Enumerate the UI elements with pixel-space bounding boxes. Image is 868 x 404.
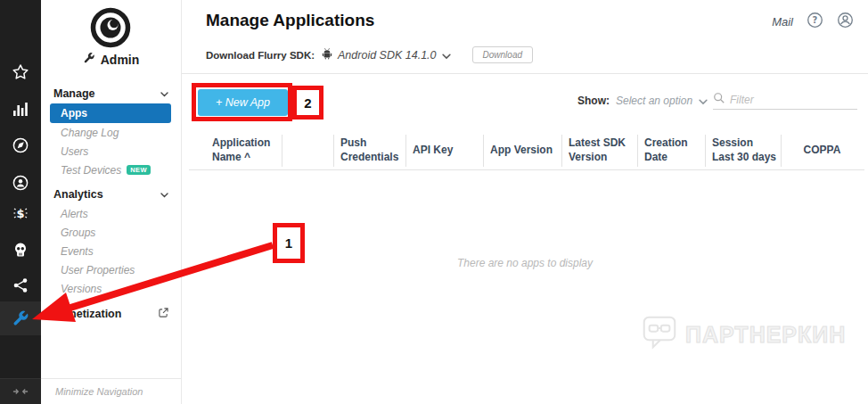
column-creation-date[interactable]: Creation Date: [637, 132, 705, 169]
main-content: Manage Applications Mail ? Download Flur…: [182, 0, 868, 404]
crash-analytics-icon[interactable]: [12, 241, 29, 259]
sidebar-item-events[interactable]: Events: [41, 242, 181, 260]
download-button[interactable]: Download: [472, 46, 533, 63]
chevron-down-icon: [160, 87, 168, 100]
minimize-navigation-button[interactable]: Minimize Navigation: [41, 378, 181, 404]
nav-section-analytics[interactable]: Analytics: [41, 185, 181, 204]
sidebar-item-alerts[interactable]: Alerts: [41, 204, 181, 223]
watermark-bubble-icon: [642, 314, 677, 355]
watermark-text: ПАРТНЕРКИН: [685, 322, 846, 348]
sdk-select[interactable]: Android SDK 14.1.0: [322, 47, 451, 63]
sdk-select-value: Android SDK 14.1.0: [338, 49, 437, 62]
column-application-name[interactable]: Application Name ^: [206, 132, 282, 169]
chevron-down-icon: [160, 188, 168, 201]
sdk-download-row: Download Flurry SDK: Android SDK 14.1.0 …: [206, 46, 533, 63]
account-icon[interactable]: [837, 12, 854, 32]
revenue-icon[interactable]: $: [12, 204, 29, 222]
chevron-down-icon: [442, 47, 451, 63]
search-icon: [713, 92, 725, 108]
page-title: Manage Applications: [206, 11, 374, 30]
filter-field: [713, 90, 857, 110]
mail-link[interactable]: Mail: [772, 15, 793, 29]
monetization-label: Monetization: [53, 308, 121, 320]
icon-rail: $: [0, 0, 41, 404]
sidebar-item-test-devices[interactable]: Test Devices NEW: [41, 161, 181, 179]
column-app-version[interactable]: App Version: [483, 132, 561, 169]
admin-heading: Admin: [41, 52, 181, 67]
sidebar-item-user-properties[interactable]: User Properties: [41, 260, 181, 279]
support-agent-icon[interactable]: [12, 174, 29, 192]
sidebar-item-apps[interactable]: Apps: [50, 103, 171, 123]
sidebar-item-users[interactable]: Users: [41, 142, 181, 161]
sidebar-item-change-log[interactable]: Change Log: [41, 123, 181, 142]
section-analytics-label: Analytics: [53, 188, 103, 201]
column-icon: [282, 132, 333, 169]
admin-wrench-small-icon: [83, 52, 95, 67]
nav-section-manage[interactable]: Manage: [41, 84, 181, 103]
table-header-row: Application Name ^ Push Credentials API …: [206, 132, 864, 169]
sdk-download-label: Download Flurry SDK:: [206, 50, 315, 61]
section-manage-label: Manage: [53, 87, 95, 100]
topbar-actions: Mail ?: [772, 12, 854, 32]
admin-wrench-icon[interactable]: [12, 309, 29, 327]
column-push-credentials[interactable]: Push Credentials: [333, 132, 405, 169]
collapse-arrows-icon[interactable]: [0, 378, 41, 404]
show-select-value: Select an option: [616, 95, 692, 107]
empty-state-message: There are no apps to display: [182, 257, 868, 269]
android-icon: [322, 47, 332, 63]
compass-icon[interactable]: [12, 136, 29, 154]
column-api-key[interactable]: API Key: [405, 132, 483, 169]
new-badge: NEW: [127, 165, 151, 176]
svg-text:?: ?: [813, 15, 818, 25]
flurry-logo[interactable]: [90, 7, 131, 48]
bar-chart-icon[interactable]: [12, 100, 29, 118]
sidebar-nav: Admin Manage Apps Change Log Users Test …: [41, 0, 182, 404]
sidebar-item-versions[interactable]: Versions: [41, 279, 181, 298]
column-coppa[interactable]: COPPA: [781, 132, 864, 169]
help-icon[interactable]: ?: [807, 12, 823, 32]
admin-label: Admin: [101, 53, 140, 67]
show-label: Show:: [577, 95, 610, 107]
header-divider: [182, 73, 868, 74]
sidebar-item-groups[interactable]: Groups: [41, 223, 181, 242]
chevron-down-icon: [699, 93, 708, 109]
new-app-button[interactable]: + New App: [198, 89, 288, 116]
svg-text:$: $: [16, 207, 24, 220]
flurry-admin-app: $ Admin Manage: [0, 0, 868, 404]
table-divider: [189, 169, 864, 170]
column-latest-sdk-version[interactable]: Latest SDK Version: [561, 132, 637, 169]
sidebar-item-monetization[interactable]: Monetization: [41, 304, 181, 324]
filter-input[interactable]: [730, 94, 849, 106]
watermark: ПАРТНЕРКИН: [642, 314, 846, 355]
share-icon[interactable]: [12, 276, 29, 294]
favorites-icon[interactable]: [12, 63, 29, 81]
show-select[interactable]: Show: Select an option: [577, 93, 708, 109]
external-link-icon: [159, 308, 168, 320]
column-session-last-30-days[interactable]: Session Last 30 days: [705, 132, 781, 169]
